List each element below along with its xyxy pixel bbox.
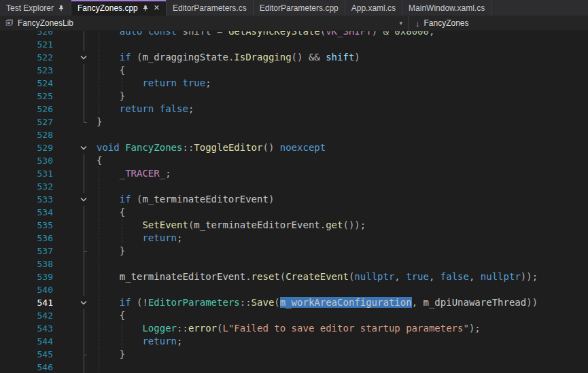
code-line-541[interactable]: 541 if (!EditorParameters::Save(m_workAr…	[0, 296, 588, 309]
code-line-545[interactable]: 545 }	[0, 348, 588, 361]
breakpoint-margin[interactable]	[53, 206, 79, 219]
fold-chevron-icon[interactable]	[79, 296, 90, 309]
outline-margin	[79, 31, 90, 38]
code-line-526[interactable]: 526 return false;	[0, 103, 588, 116]
fold-chevron-icon[interactable]	[79, 51, 90, 64]
member-name: FancyZones	[424, 18, 469, 28]
breakpoint-margin[interactable]	[53, 257, 79, 270]
breakpoint-margin[interactable]	[53, 154, 79, 167]
breakpoint-margin[interactable]	[53, 64, 79, 77]
code-line-525[interactable]: 525 }	[0, 90, 588, 103]
code-line-528[interactable]: 528	[0, 128, 588, 141]
outline-margin	[79, 206, 90, 219]
code-line-546[interactable]: 546	[0, 361, 588, 373]
breakpoint-margin[interactable]	[53, 348, 79, 361]
code-line-539[interactable]: 539 m_terminateEditorEvent.reset(CreateE…	[0, 270, 588, 283]
breakpoint-margin[interactable]	[53, 167, 79, 180]
close-icon[interactable]: ✕	[154, 4, 160, 12]
breakpoint-margin[interactable]	[53, 77, 79, 90]
tab-mainwindow-xaml-cs[interactable]: MainWindow.xaml.cs	[402, 0, 491, 16]
code-line-531[interactable]: 531 _TRACER_;	[0, 167, 588, 180]
fold-chevron-icon[interactable]	[79, 193, 90, 206]
tab-fancyzones-cpp[interactable]: FancyZones.cpp✕	[71, 0, 167, 16]
tab-editorparameters-cpp[interactable]: EditorParameters.cpp	[254, 0, 345, 16]
breakpoint-margin[interactable]	[53, 335, 79, 348]
code-line-527[interactable]: 527}	[0, 116, 588, 128]
breakpoint-margin[interactable]	[53, 219, 79, 232]
code-line-520[interactable]: 520 auto const shift = GetAsyncKeyState(…	[0, 31, 588, 38]
code-line-536[interactable]: 536 return;	[0, 232, 588, 245]
breakpoint-margin[interactable]	[53, 361, 79, 373]
code-line-535[interactable]: 535 SetEvent(m_terminateEditorEvent.get(…	[0, 219, 588, 232]
project-name: FancyZonesLib	[18, 18, 73, 28]
outline-margin	[79, 77, 90, 90]
breakpoint-margin[interactable]	[53, 193, 79, 206]
outline-margin	[79, 322, 90, 335]
tab-label: Test Explorer	[6, 3, 54, 13]
breakpoint-margin[interactable]	[53, 322, 79, 335]
fold-chevron-icon[interactable]	[79, 141, 90, 154]
ide-window: Test ExplorerFancyZones.cpp✕EditorParame…	[0, 0, 588, 373]
line-number: 543	[0, 322, 53, 335]
code-line-523[interactable]: 523 {	[0, 64, 588, 77]
code-text	[90, 38, 588, 51]
code-text: _TRACER_;	[90, 167, 588, 180]
breakpoint-margin[interactable]	[53, 90, 79, 103]
tab-app-xaml-cs[interactable]: App.xaml.cs	[345, 0, 402, 16]
code-text: if (!EditorParameters::Save(m_workAreaCo…	[90, 296, 588, 309]
line-number: 534	[0, 206, 53, 219]
code-line-522[interactable]: 522 if (m_draggingState.IsDragging() && …	[0, 51, 588, 64]
breakpoint-margin[interactable]	[53, 296, 79, 309]
breakpoint-margin[interactable]	[53, 232, 79, 245]
outline-margin	[79, 219, 90, 232]
breakpoint-margin[interactable]	[53, 283, 79, 296]
breakpoint-margin[interactable]	[53, 141, 79, 154]
pin-icon[interactable]	[142, 4, 149, 12]
outline-margin	[79, 361, 90, 373]
code-line-543[interactable]: 543 Logger::error(L"Failed to save edito…	[0, 322, 588, 335]
line-number: 531	[0, 167, 53, 180]
code-line-530[interactable]: 530{	[0, 154, 588, 167]
breakpoint-margin[interactable]	[53, 38, 79, 51]
breakpoint-margin[interactable]	[53, 103, 79, 116]
project-combobox[interactable]: FancyZonesLib ▾	[0, 16, 408, 31]
chevron-down-icon: ▾	[399, 20, 402, 26]
outline-margin	[79, 180, 90, 193]
code-line-529[interactable]: 529void FancyZones::ToggleEditor() noexc…	[0, 141, 588, 154]
breakpoint-margin[interactable]	[53, 245, 79, 257]
indent-guide	[99, 283, 99, 296]
breakpoint-margin[interactable]	[53, 116, 79, 128]
code-area: 520 auto const shift = GetAsyncKeyState(…	[0, 31, 588, 373]
down-arrow-icon: ↓	[415, 18, 420, 29]
code-text: {	[90, 64, 588, 77]
code-line-544[interactable]: 544 return;	[0, 335, 588, 348]
tab-label: FancyZones.cpp	[77, 3, 138, 13]
code-line-524[interactable]: 524 return true;	[0, 77, 588, 90]
breakpoint-margin[interactable]	[53, 309, 79, 322]
code-line-521[interactable]: 521	[0, 38, 588, 51]
tab-editorparameters-cs[interactable]: EditorParameters.cs	[167, 0, 254, 16]
code-line-537[interactable]: 537 }	[0, 245, 588, 257]
breakpoint-margin[interactable]	[53, 31, 79, 38]
member-combobox[interactable]: ↓ FancyZones	[409, 16, 588, 31]
code-line-532[interactable]: 532	[0, 180, 588, 193]
code-line-538[interactable]: 538	[0, 257, 588, 270]
outline-margin	[79, 64, 90, 77]
code-editor[interactable]: 520 auto const shift = GetAsyncKeyState(…	[0, 31, 588, 373]
breakpoint-margin[interactable]	[53, 270, 79, 283]
code-line-534[interactable]: 534 {	[0, 206, 588, 219]
outline-margin	[79, 245, 90, 257]
pin-icon[interactable]	[58, 4, 65, 12]
code-text: if (m_draggingState.IsDragging() && shif…	[90, 51, 588, 64]
tab-test-explorer[interactable]: Test Explorer	[0, 0, 71, 16]
breakpoint-margin[interactable]	[53, 51, 79, 64]
code-line-533[interactable]: 533 if (m_terminateEditorEvent)	[0, 193, 588, 206]
code-line-542[interactable]: 542 {	[0, 309, 588, 322]
line-number: 545	[0, 348, 53, 361]
line-number: 524	[0, 77, 53, 90]
code-line-540[interactable]: 540	[0, 283, 588, 296]
breakpoint-margin[interactable]	[53, 128, 79, 141]
code-text: void FancyZones::ToggleEditor() noexcept	[90, 141, 588, 154]
tab-label: App.xaml.cs	[351, 3, 396, 13]
breakpoint-margin[interactable]	[53, 180, 79, 193]
